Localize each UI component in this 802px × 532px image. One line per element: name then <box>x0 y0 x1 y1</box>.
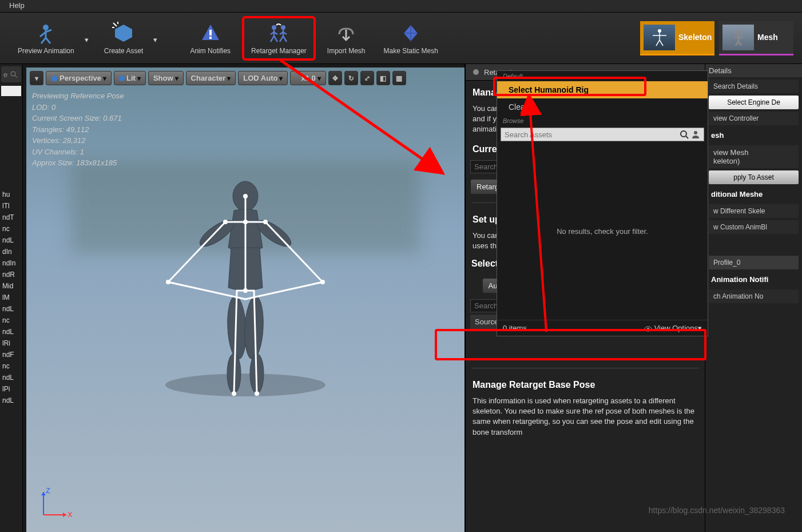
dropdown-arrow-icon[interactable]: ▾ <box>153 35 159 41</box>
box-tool-icon[interactable]: ◧ <box>376 71 390 85</box>
details-tab[interactable]: Details <box>705 64 802 77</box>
svg-point-6 <box>736 30 741 35</box>
svg-point-0 <box>43 25 49 30</box>
tree-item[interactable]: lM <box>0 292 22 303</box>
svg-point-8 <box>165 374 325 396</box>
eye-icon <box>644 326 652 332</box>
popup-search-input[interactable] <box>501 128 704 141</box>
tree-search[interactable]: e <box>1 66 21 82</box>
svg-point-22 <box>243 288 248 293</box>
tree-item[interactable]: ndR <box>0 269 22 280</box>
svg-point-4 <box>281 25 285 30</box>
view-options-button[interactable]: View Options▾ <box>644 324 702 332</box>
tree-item[interactable]: lTl <box>0 200 22 212</box>
svg-text:Z: Z <box>46 486 50 495</box>
svg-point-18 <box>223 220 228 224</box>
scale-tool-icon[interactable]: ⤢ <box>360 71 374 85</box>
select-humanoid-rig-item[interactable]: Select Humanoid Rig <box>497 81 708 98</box>
character-button[interactable]: Character▾ <box>186 71 236 85</box>
svg-point-27 <box>473 69 479 75</box>
tree-item[interactable]: ndL <box>0 326 22 338</box>
popup-empty-message: No results, check your filter. <box>497 143 708 320</box>
tree-item[interactable]: ndIn <box>0 257 22 269</box>
perspective-button[interactable]: Perspective▾ <box>46 71 112 85</box>
custom-animbp[interactable]: w Custom AnimBl <box>709 220 799 234</box>
tree-item[interactable]: lRi <box>0 338 22 349</box>
tree-item[interactable]: nc <box>0 360 22 372</box>
base-pose-text: This information is used when retargetin… <box>466 394 705 440</box>
svg-point-19 <box>263 220 268 224</box>
additional-meshes-section: ditional Meshe <box>709 186 799 202</box>
svg-text:X: X <box>68 510 72 519</box>
tree-item[interactable]: ndF <box>0 349 22 360</box>
user-icon <box>691 130 700 139</box>
import-mesh-button[interactable]: Import Mesh <box>320 18 372 58</box>
tree-item[interactable]: ndL <box>0 372 22 383</box>
svg-point-29 <box>694 131 697 134</box>
mesh-mode-tab[interactable]: Mesh <box>719 21 793 55</box>
rig-selector-popup: Default Select Humanoid Rig Clear Browse… <box>497 70 708 336</box>
anim-notifies-button[interactable]: Anim Notifies <box>183 18 237 58</box>
svg-point-20 <box>166 280 170 284</box>
search-icon <box>680 130 689 139</box>
viewport-menu-button[interactable]: ▾ <box>30 71 43 85</box>
svg-point-24 <box>255 391 259 396</box>
speed-button[interactable]: x1.0▾ <box>290 71 325 85</box>
svg-point-21 <box>320 280 325 284</box>
viewport-stats: Previewing Reference PoseLOD: 0Current S… <box>32 90 124 169</box>
notify-search[interactable]: ch Animation No <box>709 289 799 303</box>
cube-icon <box>51 75 58 82</box>
rotate-tool-icon[interactable]: ↻ <box>344 71 358 85</box>
popup-browse-label: Browse <box>497 116 708 126</box>
tree-item[interactable]: ndL <box>0 303 22 315</box>
mannequin-preview <box>142 168 348 408</box>
tree-item[interactable]: nc <box>0 315 22 326</box>
details-panel: Details Search Details Select Engine De … <box>705 64 802 532</box>
retarget-manager-button[interactable]: Retarget Manager <box>242 16 316 61</box>
viewport[interactable]: ▾ Perspective▾ Lit▾ Show▾ Character▾ LOD… <box>26 68 464 532</box>
apply-to-asset-button[interactable]: pply To Asset <box>709 170 799 184</box>
tree-item[interactable]: ndL <box>0 235 22 246</box>
details-search[interactable]: Search Details <box>709 80 799 93</box>
svg-point-7 <box>11 72 15 76</box>
svg-point-16 <box>243 194 248 198</box>
base-pose-title: Manage Retarget Base Pose <box>466 373 705 394</box>
tree-item[interactable]: dIn <box>0 246 22 257</box>
tree-item[interactable]: ndT <box>0 212 22 223</box>
axis-gizmo: X Z <box>38 486 72 521</box>
svg-rect-1 <box>209 30 212 35</box>
svg-point-23 <box>232 391 236 396</box>
tree-item[interactable]: Mid <box>0 280 22 292</box>
create-asset-button[interactable]: Create Asset <box>97 18 150 58</box>
svg-point-5 <box>658 29 661 33</box>
gear-icon <box>471 68 481 77</box>
tree-item[interactable]: hu <box>0 189 22 200</box>
svg-point-28 <box>681 131 686 137</box>
watermark: https://blog.csdn.net/weixin_38298363 <box>649 506 785 515</box>
tree-item[interactable]: lPi <box>0 383 22 395</box>
popup-item-count: 0 items <box>503 324 527 332</box>
preview-animation-button[interactable]: Preview Animation <box>11 18 81 58</box>
tree-item[interactable]: ndL <box>0 395 22 406</box>
view-controller[interactable]: view Controller <box>709 112 799 125</box>
dropdown-arrow-icon[interactable]: ▾ <box>85 35 90 41</box>
search-icon <box>10 70 18 78</box>
make-static-mesh-button[interactable]: Make Static Mesh <box>377 18 445 58</box>
different-skeleton[interactable]: w Different Skele <box>709 204 799 218</box>
menu-help[interactable]: Help <box>5 0 29 11</box>
engine-dropdown[interactable]: Select Engine De <box>709 96 799 109</box>
grid-tool-icon[interactable]: ▦ <box>392 71 406 85</box>
anim-notify-section: Animation Notifi <box>709 272 799 287</box>
svg-point-17 <box>243 220 248 224</box>
preview-mesh-label: view Meshkeleton) <box>709 145 799 168</box>
mesh-section: esh <box>709 128 799 143</box>
skeleton-mode-tab[interactable]: Skeleton <box>640 21 714 55</box>
show-button[interactable]: Show▾ <box>148 71 184 85</box>
skeleton-tree-panel: e hulTlndTncndLdInndInndRMidlMndLncndLlR… <box>0 64 23 532</box>
lod-button[interactable]: LOD Auto▾ <box>238 71 288 85</box>
profile-field[interactable]: Profile_0 <box>709 256 799 269</box>
move-tool-icon[interactable]: ✥ <box>328 71 342 85</box>
tree-item[interactable]: nc <box>0 223 22 235</box>
lit-button[interactable]: Lit▾ <box>114 71 146 85</box>
popup-clear-item[interactable]: Clear <box>497 98 708 116</box>
